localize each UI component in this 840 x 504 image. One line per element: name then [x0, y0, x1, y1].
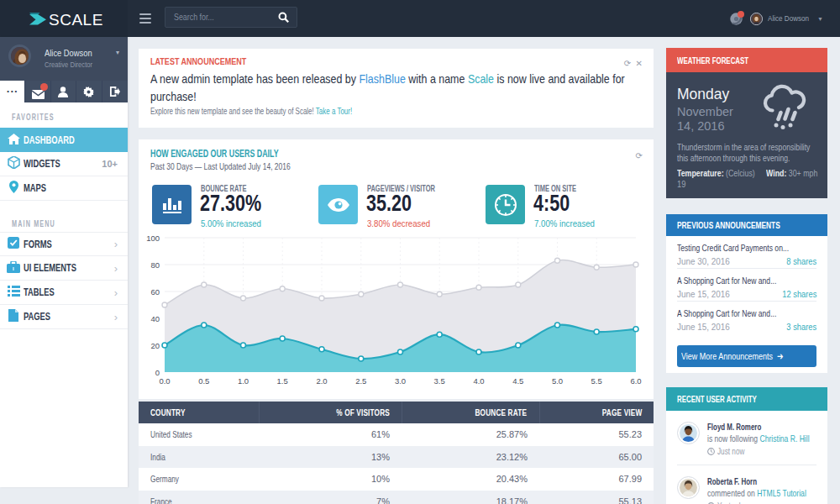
svg-text:3.5: 3.5 — [434, 376, 445, 386]
svg-text:1.5: 1.5 — [277, 376, 288, 386]
svg-text:1.0: 1.0 — [238, 376, 249, 386]
svg-text:5.5: 5.5 — [591, 376, 602, 386]
svg-text:2.5: 2.5 — [355, 376, 366, 386]
svg-text:20: 20 — [150, 341, 160, 350]
svg-text:60: 60 — [150, 287, 160, 297]
svg-text:4.0: 4.0 — [473, 376, 484, 386]
svg-text:3.0: 3.0 — [395, 376, 406, 386]
svg-text:0.5: 0.5 — [198, 376, 209, 386]
svg-text:4.5: 4.5 — [512, 376, 523, 386]
svg-text:0.0: 0.0 — [159, 376, 170, 386]
svg-text:80: 80 — [150, 260, 160, 270]
svg-text:5.0: 5.0 — [552, 376, 563, 386]
svg-text:6.0: 6.0 — [630, 376, 641, 386]
svg-text:0: 0 — [155, 368, 160, 377]
svg-text:2.0: 2.0 — [316, 376, 327, 386]
svg-text:100: 100 — [146, 234, 160, 243]
svg-text:40: 40 — [150, 314, 160, 323]
